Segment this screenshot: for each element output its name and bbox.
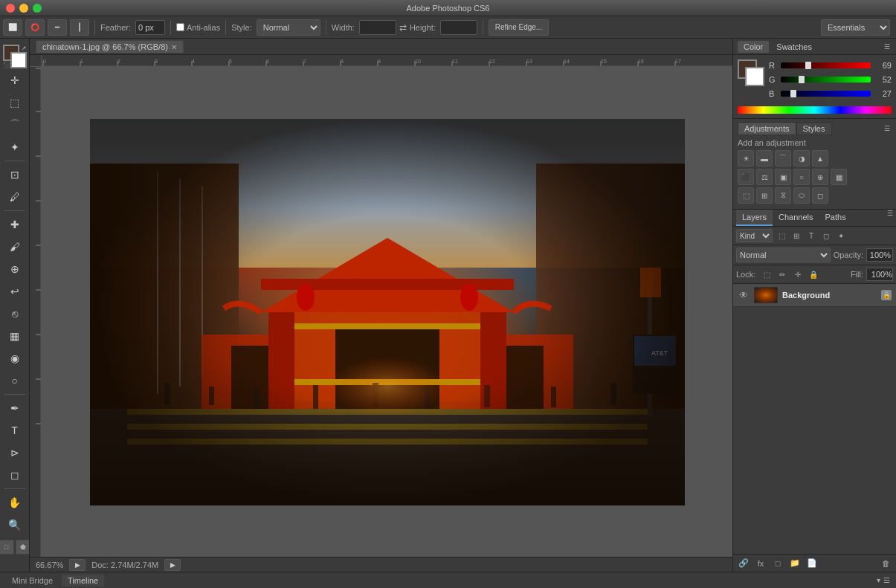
delete-layer-btn[interactable]: 🗑 (878, 557, 893, 570)
layer-style-btn[interactable]: fx (753, 557, 768, 570)
fill-input[interactable] (866, 268, 893, 281)
threshold-btn[interactable]: ⧖ (775, 187, 791, 204)
dodge-tool[interactable]: ○ (4, 370, 25, 391)
tab-swatches[interactable]: Swatches (770, 41, 818, 53)
maximize-button[interactable] (33, 4, 42, 13)
gradient-tool[interactable]: ▦ (4, 326, 25, 346)
tab-styles[interactable]: Styles (796, 122, 832, 135)
marquee-ellipse-btn[interactable]: ⭕ (25, 19, 45, 36)
g-slider[interactable] (781, 77, 871, 83)
bg-color-swatch[interactable] (745, 67, 764, 86)
marquee-tool[interactable]: ⬚ (4, 92, 25, 113)
reset-colors-icon[interactable]: ⬛ (3, 62, 10, 68)
selective-color-btn[interactable]: ◻ (812, 187, 828, 204)
pen-tool[interactable]: ✒ (4, 398, 25, 419)
bottom-panel-menu-btn[interactable]: ☰ (883, 576, 890, 584)
filter-smart-btn[interactable]: ✦ (834, 229, 848, 242)
levels-btn[interactable]: ▬ (756, 150, 773, 167)
marquee-single-col-btn[interactable]: ┃ (70, 19, 89, 36)
layers-panel-menu[interactable]: ☰ (887, 210, 893, 226)
layer-mask-btn[interactable]: □ (770, 557, 785, 570)
tab-paths[interactable]: Paths (819, 210, 852, 226)
magic-wand-tool[interactable]: ✦ (4, 137, 25, 158)
g-thumb[interactable] (799, 76, 805, 83)
posterize-btn[interactable]: ⊞ (756, 187, 773, 204)
swap-wh-icon[interactable]: ⇄ (399, 22, 407, 33)
lock-transparent-btn[interactable]: ⬚ (760, 268, 773, 281)
brightness-contrast-btn[interactable]: ☀ (738, 150, 754, 167)
invert-btn[interactable]: ⬚ (738, 187, 754, 204)
normal-mode-btn[interactable]: □ (0, 540, 14, 555)
lock-position-btn[interactable]: ✛ (791, 268, 805, 281)
eraser-tool[interactable]: ⎋ (4, 303, 25, 324)
new-group-btn[interactable]: 📁 (787, 557, 802, 570)
lasso-tool[interactable]: ⌒ (4, 114, 25, 135)
blur-tool[interactable]: ◉ (4, 348, 25, 369)
layer-item-background[interactable]: 👁 Background 🔒 (733, 284, 896, 307)
antialias-checkbox[interactable] (176, 23, 184, 31)
clone-stamp-tool[interactable]: ⊕ (4, 259, 25, 280)
opacity-input[interactable] (866, 248, 893, 262)
curves-btn[interactable]: ⌒ (775, 150, 791, 167)
zoom-flyout-btn[interactable]: ▶ (69, 559, 86, 571)
refine-edge-btn[interactable]: Refine Edge... (489, 19, 549, 36)
bottom-panel-collapse-btn[interactable]: ▾ (877, 576, 880, 584)
healing-tool[interactable]: ✚ (4, 214, 25, 235)
b-thumb[interactable] (790, 90, 796, 97)
style-select[interactable]: Normal Fixed Ratio Fixed Size (257, 19, 320, 36)
shape-tool[interactable]: ◻ (4, 465, 25, 485)
layers-filter-select[interactable]: Kind Name Effect (736, 229, 773, 242)
doc-close-btn[interactable]: ✕ (171, 43, 177, 51)
bw-btn[interactable]: ▣ (775, 169, 791, 185)
doc-tab-item[interactable]: chinatown-1.jpg @ 66.7% (RGB/8) ✕ (36, 40, 184, 53)
filter-type-btn[interactable]: T (805, 229, 818, 242)
adj-panel-menu[interactable]: ☰ (883, 125, 892, 132)
height-input[interactable] (440, 20, 477, 35)
r-thumb[interactable] (805, 62, 811, 69)
filter-shape-btn[interactable]: ◻ (819, 229, 833, 242)
marquee-single-row-btn[interactable]: ━ (48, 19, 67, 36)
marquee-rect-btn[interactable]: ⬜ (3, 19, 22, 36)
path-select-tool[interactable]: ⊳ (4, 442, 25, 463)
channel-mixer-btn[interactable]: ⊕ (812, 169, 828, 185)
filter-pixel-btn[interactable]: ⬚ (775, 229, 788, 242)
workspace-select[interactable]: Essentials Photography Painting (821, 19, 890, 36)
move-tool[interactable]: ✛ (4, 70, 25, 91)
layer-visibility-eye[interactable]: 👁 (738, 289, 750, 301)
vibrance-btn[interactable]: ▲ (812, 150, 828, 167)
new-layer-btn[interactable]: 📄 (805, 557, 819, 570)
close-button[interactable] (6, 4, 15, 13)
color-lookup-btn[interactable]: ▦ (831, 169, 847, 185)
brush-tool[interactable]: 🖌 (4, 236, 25, 257)
tab-mini-bridge[interactable]: Mini Bridge (6, 575, 59, 587)
zoom-tool[interactable]: 🔍 (4, 514, 25, 535)
color-spectrum-bar[interactable] (738, 106, 892, 114)
quick-mask-btn[interactable]: ⬟ (16, 540, 30, 555)
hue-saturation-btn[interactable]: ⬛ (738, 169, 754, 185)
crop-tool[interactable]: ⊡ (4, 164, 25, 185)
canvas-container[interactable]: AT&T (42, 67, 732, 557)
doc-info-flyout-btn[interactable]: ▶ (164, 559, 181, 571)
layers-blend-mode-select[interactable]: Normal Multiply Screen Overlay (736, 248, 831, 262)
exposure-btn[interactable]: ◑ (793, 150, 810, 167)
minimize-button[interactable] (19, 4, 28, 13)
b-slider[interactable] (781, 91, 871, 97)
color-balance-btn[interactable]: ⚖ (756, 169, 773, 185)
tab-timeline[interactable]: Timeline (62, 575, 104, 587)
text-tool[interactable]: T (4, 420, 25, 441)
eyedropper-tool[interactable]: 🖊 (4, 187, 25, 207)
history-brush-tool[interactable]: ↩ (4, 281, 25, 302)
photo-filter-btn[interactable]: ○ (793, 169, 810, 185)
tab-channels[interactable]: Channels (773, 210, 819, 226)
gradient-map-btn[interactable]: ⬭ (793, 187, 810, 204)
tab-color[interactable]: Color (738, 41, 769, 53)
tab-adjustments[interactable]: Adjustments (738, 122, 796, 135)
color-panel-menu[interactable]: ☰ (883, 43, 892, 51)
swap-colors-icon[interactable]: ↗ (21, 45, 27, 52)
lock-all-btn[interactable]: 🔒 (807, 268, 820, 281)
hand-tool[interactable]: ✋ (4, 492, 25, 513)
link-layers-btn[interactable]: 🔗 (736, 557, 751, 570)
width-input[interactable] (359, 20, 396, 35)
background-color[interactable] (10, 52, 27, 68)
lock-pixels-btn[interactable]: ✏ (776, 268, 789, 281)
